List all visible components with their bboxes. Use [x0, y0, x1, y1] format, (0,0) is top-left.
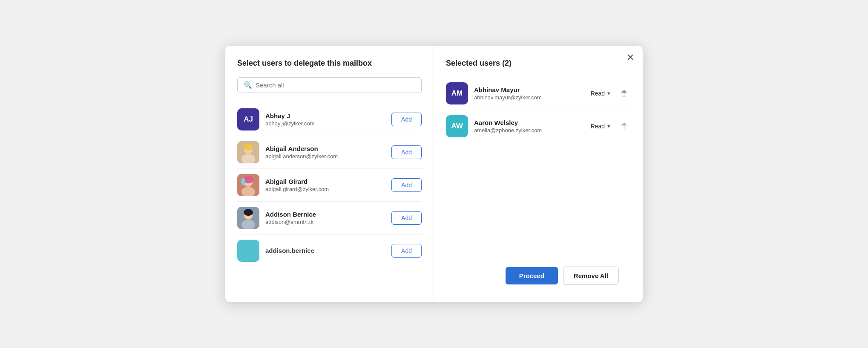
avatar [237, 141, 259, 163]
svg-point-13 [244, 209, 253, 216]
proceed-button[interactable]: Proceed [506, 267, 558, 284]
user-info: Addison Bernice addison@amrrith.tk [265, 211, 391, 225]
modal-body: Select users to delegate this mailbox 🔍 … [225, 46, 643, 302]
list-item: addison.bernice Add [237, 235, 422, 267]
right-panel-title: Selected users (2) [446, 59, 631, 68]
selected-info: Aaron Welsley amelia@zphone.zylker.com [474, 119, 591, 133]
user-email: amelia@zphone.zylker.com [474, 127, 591, 133]
list-item: AJ Abhay J abhay.j@zylker.com Add [237, 103, 422, 136]
user-email: abhay.j@zylker.com [265, 120, 391, 127]
add-button[interactable]: Add [391, 113, 422, 126]
svg-point-4 [244, 144, 253, 151]
selected-list: AM Abhinav Mayur abhinav.mayur@zylker.co… [446, 77, 631, 260]
left-panel: Select users to delegate this mailbox 🔍 … [225, 46, 434, 302]
add-button[interactable]: Add [391, 244, 422, 258]
permission-label: Read [591, 90, 605, 97]
add-button[interactable]: Add [391, 178, 422, 192]
delete-button[interactable]: 🗑 [618, 88, 631, 99]
selected-item: AM Abhinav Mayur abhinav.mayur@zylker.co… [446, 77, 631, 110]
user-info: Abhay J abhay.j@zylker.com [265, 112, 391, 127]
avatar [237, 240, 259, 262]
user-info: Abigail Girard abigail.girard@zylker.com [265, 178, 391, 192]
avatar [237, 207, 259, 229]
list-item: Addison Bernice addison@amrrith.tk Add [237, 202, 422, 235]
permission-label: Read [591, 123, 605, 130]
modal: ✕ Select users to delegate this mailbox … [225, 46, 643, 302]
user-email: addison@amrrith.tk [265, 219, 391, 225]
permission-dropdown[interactable]: Read ▼ [591, 123, 611, 130]
svg-point-9 [241, 178, 245, 186]
chevron-down-icon: ▼ [606, 124, 611, 129]
search-input[interactable] [256, 81, 415, 89]
search-icon: 🔍 [244, 81, 252, 89]
delete-button[interactable]: 🗑 [618, 121, 631, 132]
chevron-down-icon: ▼ [606, 91, 611, 96]
add-button[interactable]: Add [391, 211, 422, 225]
permission-dropdown[interactable]: Read ▼ [591, 90, 611, 97]
user-name: Abhinav Mayur [474, 86, 591, 93]
right-panel: Selected users (2) AM Abhinav Mayur abhi… [434, 46, 643, 302]
remove-all-button[interactable]: Remove All [563, 267, 619, 285]
add-button[interactable]: Add [391, 145, 422, 159]
user-name: Aaron Welsley [474, 119, 591, 126]
user-email: abigail.anderson@zylker.com [265, 153, 391, 160]
user-name: addison.bernice [265, 247, 391, 254]
close-button[interactable]: ✕ [627, 53, 634, 62]
user-info: Abigail Anderson abigail.anderson@zylker… [265, 145, 391, 160]
selected-info: Abhinav Mayur abhinav.mayur@zylker.com [474, 86, 591, 101]
list-item: Abigail Anderson abigail.anderson@zylker… [237, 136, 422, 169]
avatar [237, 174, 259, 196]
modal-footer: Proceed Remove All [446, 260, 631, 293]
left-panel-title: Select users to delegate this mailbox [237, 59, 422, 68]
user-name: Addison Bernice [265, 211, 391, 218]
user-list: AJ Abhay J abhay.j@zylker.com Add [237, 103, 422, 293]
user-email: abigail.girard@zylker.com [265, 186, 391, 192]
user-name: Abigail Anderson [265, 145, 391, 152]
user-name: Abigail Girard [265, 178, 391, 185]
search-box: 🔍 [237, 77, 422, 93]
user-email: abhinav.mayur@zylker.com [474, 94, 591, 101]
user-name: Abhay J [265, 112, 391, 119]
user-info: addison.bernice [265, 247, 391, 255]
list-item: Abigail Girard abigail.girard@zylker.com… [237, 169, 422, 202]
avatar: AJ [237, 108, 259, 130]
selected-item: AW Aaron Welsley amelia@zphone.zylker.co… [446, 110, 631, 142]
avatar: AM [446, 82, 468, 104]
avatar: AW [446, 115, 468, 137]
